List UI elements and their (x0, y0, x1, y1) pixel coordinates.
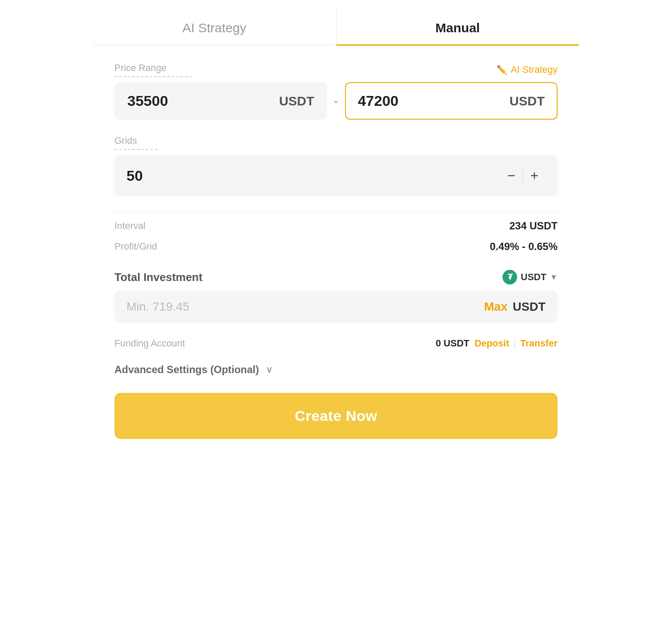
total-investment-label: Total Investment (114, 271, 203, 284)
currency-label: USDT (521, 272, 546, 283)
interval-label: Interval (114, 220, 145, 232)
grids-controls: − + (500, 164, 546, 187)
max-price-value: 47200 (358, 93, 399, 109)
grids-increment-button[interactable]: + (523, 164, 546, 187)
total-investment-header: Total Investment ₮ USDT ▼ (114, 270, 558, 284)
chevron-down-icon: ▼ (550, 273, 558, 282)
max-button[interactable]: Max (484, 300, 507, 314)
grids-input-box: 50 − + (114, 155, 558, 196)
price-range-header: Price Range ✏️ AI Strategy (114, 62, 558, 77)
range-separator: - (334, 94, 338, 108)
main-container: AI Strategy Manual Price Range ✏️ AI Str… (93, 9, 579, 460)
interval-row: Interval 234 USDT (114, 216, 558, 236)
profit-grid-label: Profit/Grid (114, 241, 157, 252)
separator-1 (114, 212, 558, 212)
usdt-icon: ₮ (502, 270, 517, 284)
profit-grid-value: 0.49% - 0.65% (490, 241, 558, 253)
max-price-input[interactable]: 47200 USDT (345, 82, 558, 120)
investment-placeholder: Min. 719.45 (126, 300, 189, 314)
content-area: Price Range ✏️ AI Strategy 35500 USDT - … (93, 45, 579, 460)
funding-account-row: Funding Account 0 USDT Deposit Transfer (114, 332, 558, 355)
min-price-value: 35500 (127, 93, 168, 109)
min-price-input[interactable]: 35500 USDT (114, 82, 327, 120)
grids-decrement-button[interactable]: − (500, 164, 523, 187)
price-range-row: 35500 USDT - 47200 USDT (114, 82, 558, 120)
transfer-link[interactable]: Transfer (520, 338, 558, 349)
deposit-link[interactable]: Deposit (475, 338, 509, 349)
tab-manual[interactable]: Manual (336, 9, 580, 45)
investment-right: Max USDT (484, 300, 546, 314)
pencil-icon: ✏️ (496, 65, 507, 75)
advanced-settings[interactable]: Advanced Settings (Optional) ∨ (114, 355, 558, 384)
grids-value: 50 (126, 167, 143, 184)
ai-strategy-link[interactable]: ✏️ AI Strategy (496, 64, 558, 75)
advanced-chevron-icon: ∨ (266, 364, 273, 375)
currency-selector[interactable]: ₮ USDT ▼ (502, 270, 558, 284)
funding-right: 0 USDT Deposit Transfer (436, 338, 558, 349)
funding-divider (515, 338, 515, 349)
funding-account-label: Funding Account (114, 338, 185, 349)
tab-bar: AI Strategy Manual (93, 9, 579, 45)
max-price-currency: USDT (509, 94, 545, 108)
investment-currency: USDT (513, 300, 546, 314)
interval-value: 234 USDT (509, 220, 558, 232)
grids-section: Grids 50 − + (114, 135, 558, 196)
grids-label: Grids (114, 135, 157, 150)
profit-grid-row: Profit/Grid 0.49% - 0.65% (114, 236, 558, 257)
advanced-settings-label: Advanced Settings (Optional) (114, 364, 259, 376)
create-now-button[interactable]: Create Now (114, 393, 558, 439)
tab-ai-strategy[interactable]: AI Strategy (93, 9, 336, 45)
price-range-label: Price Range (114, 62, 192, 77)
min-price-currency: USDT (279, 94, 314, 108)
investment-input-box[interactable]: Min. 719.45 Max USDT (114, 290, 558, 323)
total-investment-section: Total Investment ₮ USDT ▼ Min. 719.45 Ma… (114, 270, 558, 323)
funding-amount: 0 USDT (436, 338, 469, 349)
